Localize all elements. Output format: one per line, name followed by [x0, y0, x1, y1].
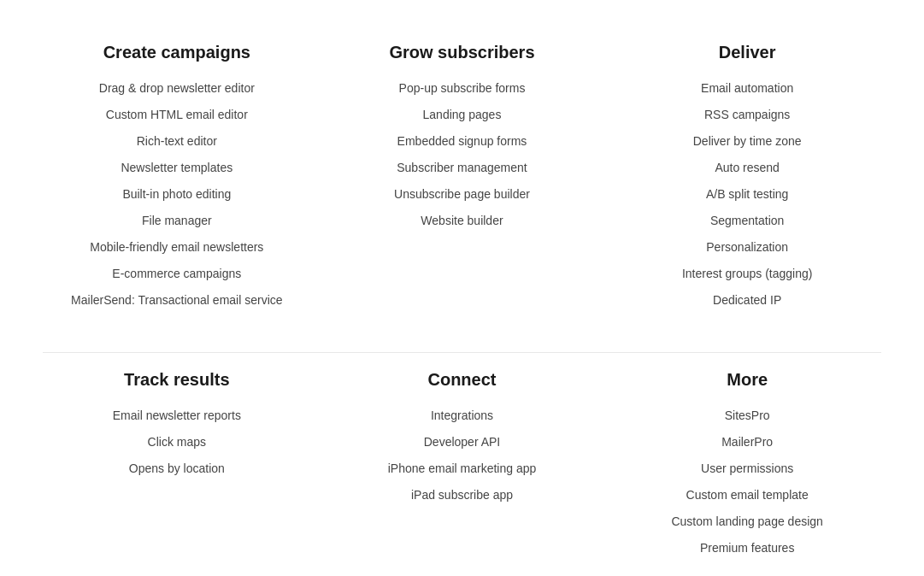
list-item: Premium features: [671, 539, 822, 557]
list-item: Auto resend: [682, 159, 813, 177]
list-item: Segmentation: [682, 212, 813, 230]
track-results-title: Track results: [124, 370, 229, 390]
list-item: A/B split testing: [682, 185, 813, 203]
list-item: E-commerce campaigns: [71, 265, 282, 283]
column-deliver: Deliver Email automationRSS campaignsDel…: [604, 26, 890, 352]
list-item: Email automation: [682, 79, 813, 97]
more-title: More: [727, 370, 768, 390]
column-track-results: Track results Email newsletter reportsCl…: [34, 353, 320, 576]
list-item: Landing pages: [394, 106, 530, 124]
create-campaigns-items: Drag & drop newsletter editorCustom HTML…: [71, 79, 282, 318]
column-more: More SitesProMailerProUser permissionsCu…: [604, 353, 890, 576]
list-item: RSS campaigns: [682, 106, 813, 124]
list-item: Website builder: [394, 212, 530, 230]
deliver-title: Deliver: [719, 43, 776, 62]
list-item: User permissions: [671, 460, 822, 478]
deliver-items: Email automationRSS campaignsDeliver by …: [682, 79, 813, 318]
list-item: Deliver by time zone: [682, 132, 813, 150]
grow-subscribers-title: Grow subscribers: [389, 43, 534, 62]
list-item: iPad subscribe app: [388, 486, 537, 504]
list-item: Email newsletter reports: [113, 407, 241, 425]
list-item: Interest groups (tagging): [682, 265, 813, 283]
more-items: SitesProMailerProUser permissionsCustom …: [671, 407, 822, 566]
list-item: Newsletter templates: [71, 159, 282, 177]
column-connect: Connect IntegrationsDeveloper APIiPhone …: [320, 353, 605, 576]
list-item: Integrations: [388, 407, 537, 425]
create-campaigns-title: Create campaigns: [103, 43, 250, 62]
list-item: Embedded signup forms: [394, 132, 530, 150]
list-item: Pop-up subscribe forms: [394, 79, 530, 97]
list-item: Click maps: [113, 433, 241, 451]
list-item: MailerSend: Transactional email service: [71, 291, 282, 309]
list-item: iPhone email marketing app: [388, 460, 537, 478]
connect-items: IntegrationsDeveloper APIiPhone email ma…: [388, 407, 537, 513]
list-item: SitesPro: [671, 407, 822, 425]
connect-title: Connect: [427, 370, 496, 390]
list-item: Opens by location: [113, 460, 241, 478]
list-item: Drag & drop newsletter editor: [71, 79, 282, 97]
list-item: Unsubscribe page builder: [394, 185, 530, 203]
list-item: Custom email template: [671, 486, 822, 504]
list-item: Subscriber management: [394, 159, 530, 177]
list-item: Personalization: [682, 238, 813, 256]
list-item: Developer API: [388, 433, 537, 451]
list-item: Mobile-friendly email newsletters: [71, 238, 282, 256]
list-item: MailerPro: [671, 433, 822, 451]
list-item: Dedicated IP: [682, 291, 813, 309]
list-item: File manager: [71, 212, 282, 230]
list-item: Custom HTML email editor: [71, 106, 282, 124]
list-item: Custom landing page design: [671, 513, 822, 531]
features-grid: Create campaigns Drag & drop newsletter …: [0, 0, 924, 576]
grow-subscribers-items: Pop-up subscribe formsLanding pagesEmbed…: [394, 79, 530, 238]
column-grow-subscribers: Grow subscribers Pop-up subscribe formsL…: [320, 26, 605, 352]
column-create-campaigns: Create campaigns Drag & drop newsletter …: [34, 26, 320, 352]
list-item: Built-in photo editing: [71, 185, 282, 203]
track-results-items: Email newsletter reportsClick mapsOpens …: [113, 407, 241, 486]
list-item: Rich-text editor: [71, 132, 282, 150]
